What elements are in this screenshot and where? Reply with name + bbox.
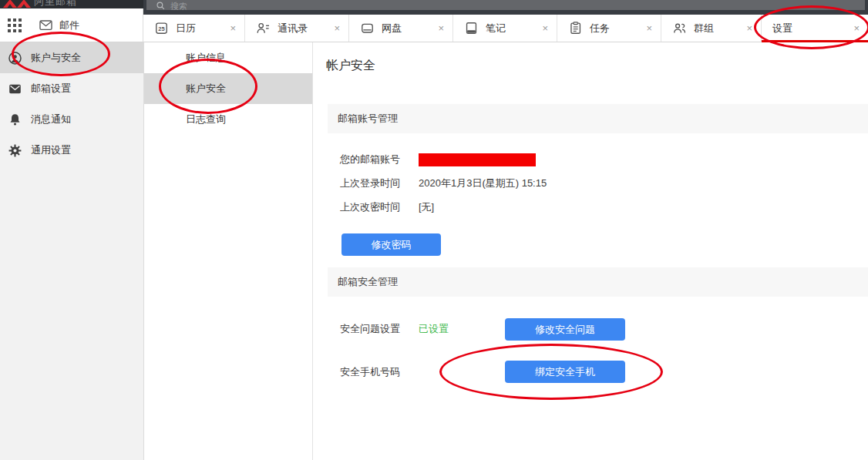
tab-close-icon[interactable]: ×: [536, 23, 548, 33]
brand-logo-icon: [2, 0, 32, 8]
subsidebar-item-log-query[interactable]: 日志查询: [144, 104, 312, 135]
active-tab-indicator: [762, 40, 868, 42]
last-password-change-label: 上次改密时间: [340, 200, 409, 214]
mail-settings-icon: [8, 82, 22, 96]
section-header-account-management: 邮箱账号管理: [328, 104, 868, 133]
last-login-row: 上次登录时间 2020年1月3日(星期五) 15:15: [340, 176, 547, 191]
modify-security-question-button[interactable]: 修改安全问题: [505, 318, 625, 341]
search-input[interactable]: 搜索: [146, 0, 865, 10]
email-account-row: 您的邮箱账号: [340, 152, 536, 167]
svg-text:25: 25: [158, 25, 164, 32]
notifications-icon: [8, 112, 22, 127]
notes-icon: [464, 21, 479, 35]
tab-groups[interactable]: 群组 ×: [661, 15, 762, 42]
tab-tasks[interactable]: 任务 ×: [557, 15, 661, 42]
sidebar-item-mail-settings[interactable]: 邮箱设置: [0, 73, 143, 104]
app-grid-icon[interactable]: [6, 17, 23, 34]
account-security-icon: [8, 51, 22, 65]
security-question-label: 安全问题设置: [340, 322, 409, 336]
sidebar-item-account-security[interactable]: 账户与安全: [0, 42, 143, 73]
tab-close-icon[interactable]: ×: [432, 23, 444, 33]
tab-close-icon[interactable]: ×: [740, 23, 752, 33]
last-password-change-value: [无]: [419, 200, 434, 214]
last-login-value: 2020年1月3日(星期五) 15:15: [419, 176, 547, 190]
app-window: 阿里邮箱 搜索 邮件: [0, 0, 868, 460]
tab-label: 日历: [176, 22, 196, 35]
mail-icon: [39, 18, 53, 32]
tab-settings[interactable]: 设置 ×: [762, 15, 868, 42]
tab-calendar[interactable]: 25 日历 ×: [143, 15, 245, 42]
email-account-label: 您的邮箱账号: [340, 153, 409, 166]
tab-close-icon[interactable]: ×: [847, 23, 860, 33]
general-settings-icon: [8, 143, 22, 158]
tab-notes[interactable]: 笔记 ×: [453, 15, 557, 42]
tab-label: 任务: [590, 22, 610, 35]
sidebar-item-notifications[interactable]: 消息通知: [0, 104, 143, 135]
section-header-security-management: 邮箱安全管理: [328, 267, 868, 297]
tab-drive[interactable]: 网盘 ×: [349, 15, 453, 42]
tab-close-icon[interactable]: ×: [640, 23, 652, 33]
calendar-icon: 25: [154, 21, 169, 35]
search-placeholder: 搜索: [170, 1, 187, 11]
account-security-subsidebar: 账户信息 账户安全 日志查询: [143, 42, 313, 460]
security-phone-row: 安全手机号码: [340, 364, 409, 380]
tab-label: 设置: [772, 22, 792, 35]
tab-close-icon[interactable]: ×: [328, 23, 340, 33]
tab-contacts[interactable]: 通讯录 ×: [245, 15, 349, 42]
groups-icon: [672, 21, 687, 35]
tab-label: 群组: [694, 22, 714, 35]
topbar: 搜索: [143, 0, 868, 15]
last-login-label: 上次登录时间: [340, 176, 409, 190]
bind-phone-button[interactable]: 绑定安全手机: [505, 361, 625, 383]
brand-bar: 阿里邮箱: [0, 0, 143, 8]
subsidebar-item-account-info[interactable]: 账户信息: [144, 42, 312, 73]
sidebar-item-general-settings[interactable]: 通用设置: [0, 135, 143, 166]
sidebar-item-label: 通用设置: [31, 143, 71, 157]
tasks-icon: [568, 21, 583, 35]
security-phone-label: 安全手机号码: [340, 365, 409, 379]
tabrow-left: 邮件: [0, 8, 143, 42]
security-question-row: 安全问题设置 已设置: [340, 321, 449, 337]
subsidebar-item-account-security[interactable]: 账户安全: [144, 73, 312, 104]
sidebar-item-label: 邮箱设置: [31, 82, 71, 96]
last-password-change-row: 上次改密时间 [无]: [340, 200, 434, 215]
contacts-icon: [256, 21, 271, 35]
drive-icon: [360, 21, 375, 35]
brand-name: 阿里邮箱: [34, 0, 77, 8]
page-title: 帐户安全: [326, 58, 375, 74]
tab-close-icon[interactable]: ×: [224, 23, 236, 33]
tabbar: 25 日历 × 通讯录 × 网盘 ×: [143, 15, 868, 42]
change-password-button[interactable]: 修改密码: [341, 233, 441, 256]
settings-sidebar: 账户与安全 邮箱设置 消息通知: [0, 42, 143, 460]
tab-label: 邮件: [59, 18, 79, 32]
search-icon: [156, 1, 166, 10]
sidebar-item-label: 消息通知: [31, 112, 71, 126]
tab-label: 笔记: [486, 22, 506, 35]
tab-label: 通讯录: [278, 22, 308, 35]
security-question-status: 已设置: [419, 322, 449, 336]
main-content: 帐户安全 邮箱账号管理 您的邮箱账号 上次登录时间 2020年1月3日(星期五)…: [313, 42, 868, 460]
tab-label: 网盘: [382, 22, 402, 35]
sidebar-item-label: 账户与安全: [31, 51, 81, 65]
redaction-block: [419, 153, 536, 166]
tab-mail[interactable]: 邮件: [39, 8, 143, 42]
